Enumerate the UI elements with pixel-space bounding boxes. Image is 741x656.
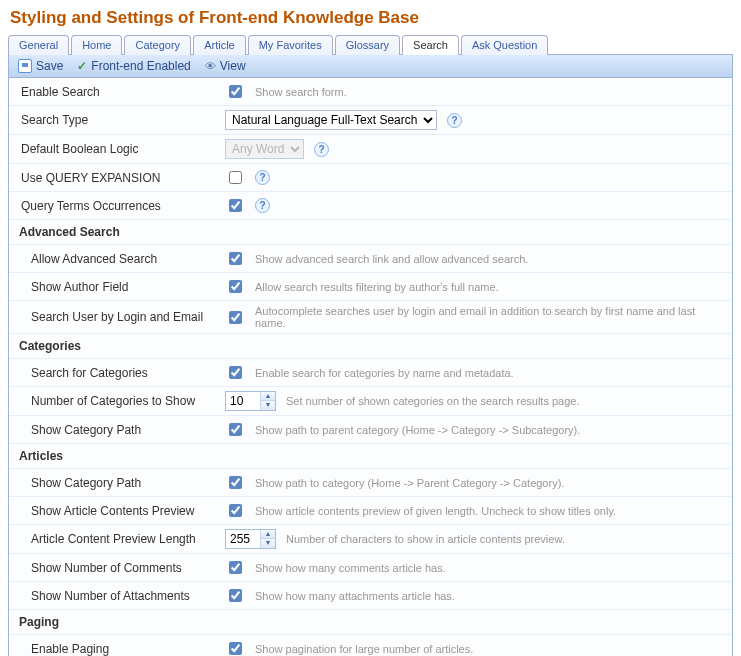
toolbar: Save Front-end Enabled View <box>8 55 733 78</box>
tab-home[interactable]: Home <box>71 35 122 55</box>
search-categories-checkbox[interactable] <box>229 366 242 379</box>
tab-general[interactable]: General <box>8 35 69 55</box>
art-preview-label: Show Article Contents Preview <box>9 501 219 521</box>
num-categories-label: Number of Categories to Show <box>9 391 219 411</box>
tab-article[interactable]: Article <box>193 35 246 55</box>
art-attachments-label: Show Number of Attachments <box>9 586 219 606</box>
enable-paging-checkbox[interactable] <box>229 642 242 655</box>
query-expansion-checkbox[interactable] <box>229 171 242 184</box>
help-icon[interactable]: ? <box>314 142 329 157</box>
enable-search-label: Enable Search <box>9 82 219 102</box>
show-author-label: Show Author Field <box>9 277 219 297</box>
help-icon[interactable]: ? <box>255 170 270 185</box>
boolean-logic-select: Any Word <box>225 139 304 159</box>
tab-search[interactable]: Search <box>402 35 459 55</box>
save-button[interactable]: Save <box>15 58 66 74</box>
art-length-spinner[interactable]: ▲▼ <box>225 529 276 549</box>
cat-path-checkbox[interactable] <box>229 423 242 436</box>
check-icon <box>77 59 87 73</box>
search-type-label: Search Type <box>9 110 219 130</box>
art-length-label: Article Content Preview Length <box>9 529 219 549</box>
query-terms-label: Query Terms Occurrences <box>9 196 219 216</box>
allow-advanced-desc: Show advanced search link and allow adva… <box>255 253 528 265</box>
search-user-login-checkbox[interactable] <box>229 311 242 324</box>
section-categories: Categories <box>9 334 732 359</box>
num-categories-spinner[interactable]: ▲▼ <box>225 391 276 411</box>
num-categories-input[interactable] <box>226 392 260 410</box>
spinner-up-icon[interactable]: ▲ <box>261 392 275 401</box>
art-comments-desc: Show how many comments article has. <box>255 562 446 574</box>
art-attachments-checkbox[interactable] <box>229 589 242 602</box>
show-author-checkbox[interactable] <box>229 280 242 293</box>
allow-advanced-label: Allow Advanced Search <box>9 249 219 269</box>
show-author-desc: Allow search results filtering by author… <box>255 281 499 293</box>
art-preview-checkbox[interactable] <box>229 504 242 517</box>
save-icon <box>18 59 32 73</box>
art-comments-checkbox[interactable] <box>229 561 242 574</box>
tab-my-favorites[interactable]: My Favorites <box>248 35 333 55</box>
search-categories-label: Search for Categories <box>9 363 219 383</box>
cat-path-label: Show Category Path <box>9 420 219 440</box>
art-comments-label: Show Number of Comments <box>9 558 219 578</box>
boolean-logic-label: Default Boolean Logic <box>9 139 219 159</box>
page-title: Styling and Settings of Front-end Knowle… <box>10 8 733 28</box>
view-button[interactable]: View <box>202 58 249 74</box>
eye-icon <box>205 59 216 73</box>
cat-path-desc: Show path to parent category (Home -> Ca… <box>255 424 580 436</box>
search-categories-desc: Enable search for categories by name and… <box>255 367 514 379</box>
tab-category[interactable]: Category <box>124 35 191 55</box>
enabled-label: Front-end Enabled <box>91 59 190 73</box>
art-path-checkbox[interactable] <box>229 476 242 489</box>
spinner-down-icon[interactable]: ▼ <box>261 401 275 410</box>
art-length-desc: Number of characters to show in article … <box>286 533 565 545</box>
view-label: View <box>220 59 246 73</box>
art-path-desc: Show path to category (Home -> Parent Ca… <box>255 477 564 489</box>
help-icon[interactable]: ? <box>255 198 270 213</box>
art-attachments-desc: Show how many attachments article has. <box>255 590 455 602</box>
search-user-login-label: Search User by Login and Email <box>9 307 219 327</box>
search-user-login-desc: Autocomplete searches user by login and … <box>255 305 726 329</box>
spinner-down-icon[interactable]: ▼ <box>261 539 275 548</box>
save-label: Save <box>36 59 63 73</box>
enable-paging-desc: Show pagination for large number of arti… <box>255 643 473 655</box>
settings-panel: Enable Search Show search form. Search T… <box>8 78 733 656</box>
art-preview-desc: Show article contents preview of given l… <box>255 505 616 517</box>
tab-glossary[interactable]: Glossary <box>335 35 400 55</box>
spinner-up-icon[interactable]: ▲ <box>261 530 275 539</box>
section-advanced: Advanced Search <box>9 220 732 245</box>
help-icon[interactable]: ? <box>447 113 462 128</box>
frontend-enabled-button[interactable]: Front-end Enabled <box>74 58 193 74</box>
query-expansion-label: Use QUERY EXPANSION <box>9 168 219 188</box>
enable-search-checkbox[interactable] <box>229 85 242 98</box>
tab-ask-question[interactable]: Ask Question <box>461 35 548 55</box>
section-paging: Paging <box>9 610 732 635</box>
search-type-select[interactable]: Natural Language Full-Text Search <box>225 110 437 130</box>
section-articles: Articles <box>9 444 732 469</box>
num-categories-desc: Set number of shown categories on the se… <box>286 395 580 407</box>
art-path-label: Show Category Path <box>9 473 219 493</box>
art-length-input[interactable] <box>226 530 260 548</box>
tabs: General Home Category Article My Favorit… <box>8 34 733 55</box>
query-terms-checkbox[interactable] <box>229 199 242 212</box>
allow-advanced-checkbox[interactable] <box>229 252 242 265</box>
enable-search-desc: Show search form. <box>255 86 347 98</box>
enable-paging-label: Enable Paging <box>9 639 219 657</box>
